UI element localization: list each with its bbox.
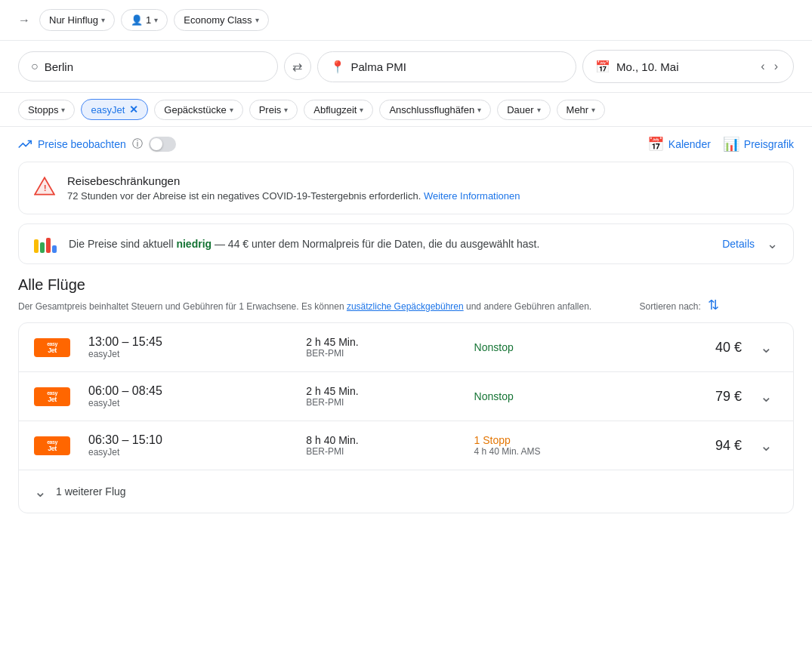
flight-price: 79 € — [642, 389, 742, 405]
price-bars — [34, 235, 57, 253]
date-field[interactable]: 📅 Mo., 10. Mai ‹ › — [582, 50, 794, 83]
filter-easyjet[interactable]: easyJet ✕ — [81, 99, 148, 120]
price-graph-button[interactable]: 📊 Preisgrafik — [723, 136, 794, 153]
filter-dauer-label: Dauer — [507, 104, 533, 116]
filter-stopps[interactable]: Stopps ▾ — [18, 100, 75, 120]
flight-list: easyJet 13:00 – 15:45 easyJet 2 h 45 Min… — [18, 322, 794, 513]
filter-gepaeck-label: Gepäckstücke — [164, 104, 226, 116]
filter-stopps-label: Stopps — [28, 104, 58, 116]
flight-route: BER-PMI — [306, 348, 455, 359]
airline-logo: easyJet — [34, 338, 70, 357]
chevron-down-icon: ▾ — [61, 106, 65, 114]
flight-type-label: Nur Hinflug — [49, 14, 98, 26]
calendar-btn-label: Kalender — [668, 138, 711, 150]
destination-input[interactable] — [351, 60, 564, 73]
filter-anschlussflughafen[interactable]: Anschlussflughäfen ▾ — [379, 100, 491, 120]
price-graph-label: Preisgrafik — [744, 138, 794, 150]
price-notice-before: Die Preise sind aktuell — [69, 238, 176, 250]
stops-label: Nonstop — [474, 341, 624, 353]
expand-row-button[interactable]: ⌄ — [760, 338, 778, 356]
flight-carrier: easyJet — [88, 349, 288, 359]
duration-time: 8 h 40 Min. — [306, 434, 455, 446]
flight-duration: 8 h 40 Min. BER-PMI — [306, 434, 455, 457]
flight-route: BER-PMI — [306, 397, 455, 408]
expand-row-button[interactable]: ⌄ — [760, 387, 778, 405]
circle-icon: ○ — [31, 60, 39, 73]
origin-input[interactable] — [45, 60, 265, 73]
more-flights-row[interactable]: ⌄ 1 weiterer Flug — [19, 470, 793, 513]
gepaeck-link[interactable]: zusätzliche Gepäckgebühren — [347, 301, 464, 312]
chevron-down-icon: ▾ — [477, 106, 481, 114]
flight-route: BER-PMI — [306, 446, 455, 457]
flight-row[interactable]: easyJet 06:30 – 15:10 easyJet 8 h 40 Min… — [19, 421, 793, 470]
chevron-down-icon: ▾ — [230, 106, 233, 114]
filter-dauer[interactable]: Dauer ▾ — [497, 100, 550, 120]
chevron-down-icon: ▾ — [537, 106, 541, 114]
date-prev-button[interactable]: ‹ — [758, 58, 767, 75]
filter-gepaeck[interactable]: Gepäckstücke ▾ — [154, 100, 242, 120]
close-icon[interactable]: ✕ — [129, 103, 138, 116]
swap-icon: ⇄ — [292, 60, 302, 74]
calendar-view-button[interactable]: 📅 Kalender — [647, 136, 711, 153]
flight-stops: 1 Stopp 4 h 40 Min. AMS — [474, 434, 624, 457]
svg-text:!: ! — [44, 183, 47, 193]
stops-label: 1 Stopp — [474, 434, 624, 446]
filter-preis[interactable]: Preis ▾ — [249, 100, 298, 120]
bar-chart-icon: 📊 — [723, 136, 739, 153]
passengers-label: 1 — [146, 14, 151, 26]
flight-info: 06:30 – 15:10 easyJet — [88, 433, 288, 458]
flight-price: 40 € — [642, 340, 742, 356]
cards-area: ! Reisebeschränkungen 72 Stunden vor der… — [0, 162, 812, 264]
flights-title: Alle Flüge — [18, 276, 794, 294]
expand-row-button[interactable]: ⌄ — [760, 436, 778, 454]
search-bar: ○ ⇄ 📍 📅 Mo., 10. Mai ‹ › — [0, 41, 812, 93]
price-bar — [34, 239, 39, 253]
alert-content: Reisebeschränkungen 72 Stunden vor der A… — [67, 174, 520, 202]
flight-price: 94 € — [642, 438, 742, 454]
swap-button[interactable]: ⇄ — [284, 53, 311, 80]
filter-abflugzeit[interactable]: Abflugzeit ▾ — [304, 100, 373, 120]
date-text: Mo., 10. Mai — [616, 60, 752, 73]
flights-section: Alle Flüge Der Gesamtpreis beinhaltet St… — [0, 276, 812, 513]
alert-title: Reisebeschränkungen — [67, 174, 520, 187]
travel-restrictions-card: ! Reisebeschränkungen 72 Stunden vor der… — [18, 162, 794, 214]
flight-time: 06:30 – 15:10 — [88, 433, 288, 447]
class-button[interactable]: Economy Class ▾ — [174, 9, 268, 31]
expand-icon[interactable]: ⌄ — [767, 236, 778, 252]
flight-time: 13:00 – 15:45 — [88, 335, 288, 349]
chevron-down-icon: ▾ — [591, 106, 595, 114]
flight-duration: 2 h 45 Min. BER-PMI — [306, 336, 455, 359]
flight-info: 13:00 – 15:45 easyJet — [88, 335, 288, 359]
destination-field[interactable]: 📍 — [317, 51, 577, 82]
alert-link[interactable]: Weitere Informationen — [424, 190, 520, 202]
duration-time: 2 h 45 Min. — [306, 336, 455, 348]
sort-icon[interactable]: ⇅ — [708, 297, 719, 313]
calendar-icon: 📅 — [595, 60, 610, 74]
filter-bar: Stopps ▾ easyJet ✕ Gepäckstücke ▾ Preis … — [0, 93, 812, 127]
flight-row[interactable]: easyJet 06:00 – 08:45 easyJet 2 h 45 Min… — [19, 372, 793, 421]
controls-bar: Preise beobachten ⓘ 📅 Kalender 📊 Preisgr… — [0, 127, 812, 162]
stop-detail: 4 h 40 Min. AMS — [474, 446, 624, 457]
flight-time: 06:00 – 08:45 — [88, 384, 288, 398]
details-button[interactable]: Details — [722, 238, 755, 250]
price-watch-toggle[interactable] — [149, 137, 176, 152]
airline-logo: easyJet — [34, 436, 70, 455]
date-next-button[interactable]: › — [771, 58, 781, 75]
price-notice-card: Die Preise sind aktuell niedrig — 44 € u… — [18, 223, 794, 264]
price-watch-label[interactable]: Preise beobachten — [38, 138, 126, 150]
origin-field[interactable]: ○ — [18, 51, 278, 82]
sort-label: Sortieren nach: — [640, 301, 701, 312]
filter-mehr[interactable]: Mehr ▾ — [557, 100, 606, 120]
filter-preis-label: Preis — [259, 104, 282, 116]
info-icon[interactable]: ⓘ — [132, 137, 143, 151]
top-bar: → Nur Hinflug ▾ 👤 1 ▾ Economy Class ▾ — [0, 0, 812, 41]
filter-abflugzeit-label: Abflugzeit — [313, 104, 357, 116]
passengers-button[interactable]: 👤 1 ▾ — [121, 9, 168, 31]
date-nav: ‹ › — [758, 58, 781, 75]
alert-body: 72 Stunden vor der Abreise ist ein negat… — [67, 190, 421, 202]
flight-row[interactable]: easyJet 13:00 – 15:45 easyJet 2 h 45 Min… — [19, 323, 793, 372]
price-notice-text: Die Preise sind aktuell niedrig — 44 € u… — [69, 238, 710, 250]
subtitle-after: und andere Gebühren anfallen. — [464, 301, 591, 312]
warning-icon: ! — [34, 176, 55, 202]
flight-type-button[interactable]: Nur Hinflug ▾ — [39, 9, 115, 31]
